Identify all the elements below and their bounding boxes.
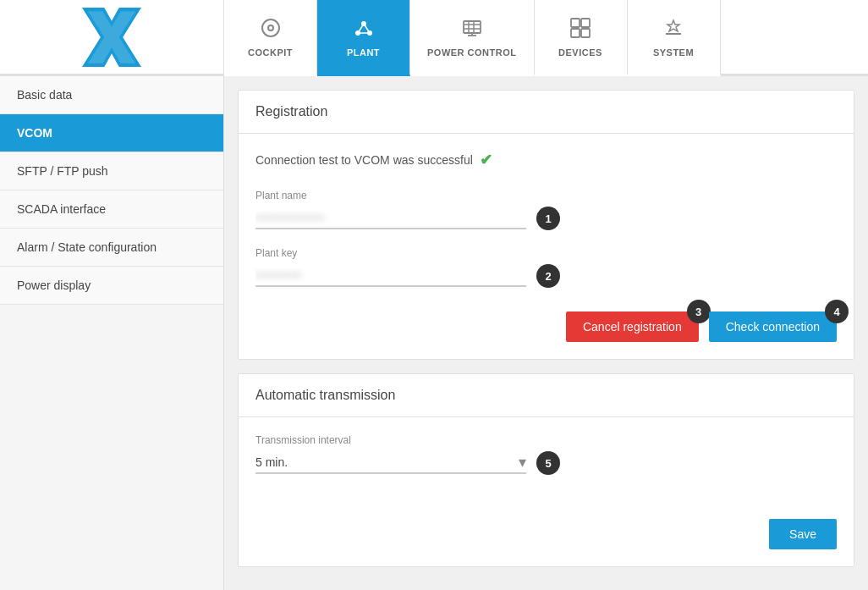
plant-key-label: Plant key [255, 247, 837, 259]
svg-rect-20 [581, 29, 590, 37]
transmission-interval-row: 1 min. 5 min. 15 min. 30 min. 60 min. ▾ … [255, 451, 837, 475]
power-control-icon [461, 17, 483, 42]
plant-name-group: Plant name 1 [255, 190, 837, 230]
plant-key-group: Plant key 2 [255, 247, 837, 288]
cancel-registration-button[interactable]: Cancel registration [566, 312, 699, 342]
plant-name-row: 1 [255, 207, 837, 230]
logo-area [0, 0, 224, 74]
sidebar-item-vcom[interactable]: VCOM [0, 114, 223, 152]
tab-power-control[interactable]: POWER CONTROL [410, 0, 535, 76]
nav-tabs: COCKPIT PLANT [224, 0, 868, 74]
tab-power-control-label: POWER CONTROL [427, 47, 517, 58]
top-nav: COCKPIT PLANT [0, 0, 868, 76]
save-button[interactable]: Save [769, 519, 837, 549]
step-badge-5: 5 [536, 451, 560, 475]
plant-name-input[interactable] [255, 207, 526, 229]
svg-rect-17 [571, 19, 580, 27]
svg-point-2 [262, 19, 279, 36]
svg-line-8 [364, 24, 370, 33]
tab-cockpit[interactable]: COCKPIT [224, 0, 317, 76]
svg-rect-10 [464, 21, 481, 33]
tab-devices[interactable]: DEVICES [535, 0, 628, 76]
transmission-interval-group: Transmission interval 1 min. 5 min. 15 m… [255, 434, 837, 475]
devices-icon [569, 17, 591, 42]
check-connection-button[interactable]: Check connection [709, 312, 837, 342]
buttons-row: 3 Cancel registration 4 Check connection [255, 305, 837, 342]
save-row: Save [239, 509, 854, 566]
sidebar-item-scada-interface[interactable]: SCADA interface [0, 190, 223, 229]
plant-icon [353, 17, 375, 42]
tab-system-label: SYSTEM [653, 47, 694, 58]
system-icon [662, 17, 684, 42]
sidebar-item-power-display[interactable]: Power display [0, 267, 223, 305]
connection-status: Connection test to VCOM was successful ✔ [255, 151, 837, 169]
transmission-interval-select[interactable]: 1 min. 5 min. 15 min. 30 min. 60 min. [255, 452, 519, 472]
plant-name-label: Plant name [255, 190, 837, 201]
logo-icon [82, 8, 141, 67]
automatic-transmission-card: Automatic transmission Transmission inte… [238, 373, 854, 567]
sidebar: Basic data VCOM SFTP / FTP push SCADA in… [0, 76, 224, 590]
transmission-interval-label: Transmission interval [255, 434, 837, 446]
registration-card: Registration Connection test to VCOM was… [238, 90, 854, 360]
step-badge-4: 4 [825, 300, 849, 323]
registration-body: Connection test to VCOM was successful ✔… [239, 134, 854, 359]
cockpit-icon [260, 17, 282, 42]
plant-key-input[interactable] [255, 265, 526, 287]
main-layout: Basic data VCOM SFTP / FTP push SCADA in… [0, 76, 868, 590]
step-badge-2: 2 [536, 264, 560, 288]
select-arrow-icon: ▾ [519, 453, 526, 471]
transmission-interval-select-wrapper: 1 min. 5 min. 15 min. 30 min. 60 min. ▾ [255, 452, 526, 474]
svg-line-7 [358, 24, 364, 33]
sidebar-item-alarm-state-config[interactable]: Alarm / State configuration [0, 229, 223, 267]
step-badge-1: 1 [536, 207, 560, 230]
svg-marker-1 [88, 11, 135, 63]
svg-rect-18 [581, 19, 590, 27]
tab-system[interactable]: SYSTEM [628, 0, 721, 76]
content-area: Registration Connection test to VCOM was… [224, 76, 868, 590]
sidebar-item-sftp-ftp-push[interactable]: SFTP / FTP push [0, 152, 223, 190]
svg-point-3 [268, 25, 273, 30]
plant-key-row: 2 [255, 264, 837, 288]
registration-title: Registration [239, 91, 854, 134]
tab-devices-label: DEVICES [558, 47, 602, 58]
tab-plant-label: PLANT [347, 47, 380, 58]
tab-plant[interactable]: PLANT [317, 0, 410, 76]
automatic-transmission-title: Automatic transmission [239, 374, 854, 417]
sidebar-item-basic-data[interactable]: Basic data [0, 76, 223, 114]
svg-rect-19 [571, 29, 580, 37]
step-badge-3: 3 [687, 300, 711, 323]
success-check-icon: ✔ [480, 151, 492, 169]
tab-cockpit-label: COCKPIT [248, 47, 293, 58]
automatic-transmission-body: Transmission interval 1 min. 5 min. 15 m… [239, 417, 854, 509]
